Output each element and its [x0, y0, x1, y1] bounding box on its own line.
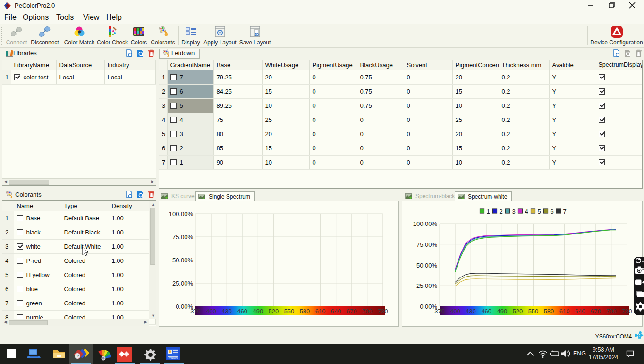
svg-text:6: 6	[551, 208, 554, 215]
svg-text:670: 670	[591, 308, 601, 315]
svg-text:610: 610	[315, 308, 326, 315]
svg-text:730: 730	[622, 308, 632, 315]
svg-text:640: 640	[575, 308, 585, 315]
svg-text:100.00%: 100.00%	[413, 220, 438, 227]
svg-text:25.00%: 25.00%	[416, 282, 438, 289]
svg-text:400: 400	[206, 308, 216, 315]
svg-text:520: 520	[269, 308, 279, 315]
svg-text:1: 1	[487, 208, 490, 215]
svg-text:100.00%: 100.00%	[169, 210, 194, 217]
svg-text:580: 580	[544, 308, 554, 315]
svg-text:430: 430	[466, 308, 476, 315]
svg-text:PANTONE: PANTONE	[169, 357, 178, 359]
svg-text:610: 610	[559, 308, 570, 315]
svg-text:730: 730	[378, 308, 388, 315]
svg-text:460: 460	[237, 308, 247, 315]
svg-text:550: 550	[284, 308, 295, 315]
svg-text:7: 7	[563, 208, 567, 215]
svg-text:5: 5	[538, 208, 541, 215]
svg-text:75.00%: 75.00%	[172, 234, 194, 241]
svg-text:400: 400	[450, 308, 460, 315]
svg-text:550: 550	[528, 308, 539, 315]
svg-text:700: 700	[606, 308, 617, 315]
svg-text:4: 4	[525, 208, 528, 215]
svg-text:50.00%: 50.00%	[416, 262, 438, 269]
svg-text:700: 700	[362, 308, 373, 315]
svg-text:430: 430	[221, 308, 232, 315]
svg-text:670: 670	[347, 308, 357, 315]
svg-text:25.00%: 25.00%	[172, 280, 194, 287]
svg-text:3: 3	[512, 208, 516, 215]
svg-text:490: 490	[497, 308, 507, 315]
svg-text:370: 370	[434, 308, 445, 315]
svg-text:520: 520	[513, 308, 523, 315]
svg-text:Pe: Pe	[76, 355, 80, 358]
svg-text:2: 2	[500, 208, 503, 215]
svg-text:50.00%: 50.00%	[172, 257, 194, 264]
svg-text:490: 490	[253, 308, 263, 315]
svg-text:370: 370	[190, 308, 201, 315]
svg-text:75.00%: 75.00%	[416, 241, 438, 248]
svg-text:460: 460	[481, 308, 491, 315]
svg-text:640: 640	[331, 308, 341, 315]
svg-text:580: 580	[300, 308, 310, 315]
